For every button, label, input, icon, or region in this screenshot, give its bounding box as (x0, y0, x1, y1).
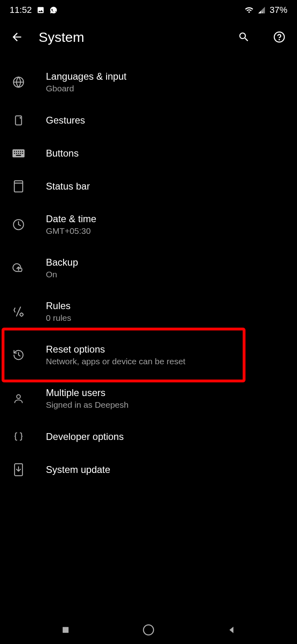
item-title: Reset options (46, 344, 186, 355)
phone-sparkle-icon (10, 112, 27, 128)
item-subtitle: Network, apps or device can be reset (46, 357, 186, 366)
settings-item-developer[interactable]: Developer options (0, 420, 297, 453)
svg-rect-9 (18, 151, 19, 152)
svg-rect-17 (16, 155, 21, 156)
wifi-icon (245, 6, 254, 14)
svg-rect-14 (18, 153, 19, 154)
settings-item-text: Status bar (46, 181, 90, 192)
battery-percent: 37% (270, 5, 287, 15)
svg-point-21 (20, 313, 23, 316)
item-title: System update (46, 464, 110, 475)
settings-item-statusbar[interactable]: Status bar (0, 170, 297, 203)
app-bar: System (0, 20, 297, 60)
back-button[interactable] (10, 30, 24, 44)
navigation-bar (0, 616, 297, 644)
status-bar-right: x 37% (245, 5, 287, 15)
svg-rect-12 (14, 153, 15, 154)
page-title: System (39, 29, 217, 45)
item-subtitle: Gboard (46, 84, 126, 93)
search-button[interactable] (236, 29, 252, 45)
clock-icon (10, 217, 27, 233)
item-subtitle: 0 rules (46, 313, 71, 323)
settings-item-text: Backup On (46, 257, 78, 279)
svg-point-2 (279, 39, 279, 40)
status-bar-left: 11:52 (10, 5, 58, 15)
settings-item-text: Gestures (46, 115, 85, 126)
settings-item-text: Rules 0 rules (46, 300, 71, 323)
phone-download-icon (10, 462, 27, 478)
svg-rect-18 (14, 181, 23, 192)
settings-item-languages[interactable]: Languages & input Gboard (0, 60, 297, 104)
settings-item-buttons[interactable]: Buttons (0, 137, 297, 170)
item-subtitle: On (46, 270, 78, 279)
settings-item-text: Languages & input Gboard (46, 71, 126, 93)
globe-icon (10, 74, 27, 90)
settings-item-gestures[interactable]: Gestures (0, 104, 297, 137)
photo-icon (37, 6, 45, 14)
settings-item-multiple-users[interactable]: Multiple users Signed in as Deepesh (0, 377, 297, 420)
item-title: Date & time (46, 213, 96, 225)
nav-back-button[interactable] (219, 618, 243, 642)
settings-item-text: Multiple users Signed in as Deepesh (46, 387, 128, 410)
item-title: Status bar (46, 181, 90, 192)
settings-list: Languages & input Gboard Gestures Button… (0, 60, 297, 486)
whatsapp-icon (50, 6, 58, 14)
settings-item-text: Reset options Network, apps or device ca… (46, 344, 186, 366)
item-title: Developer options (46, 431, 124, 442)
item-subtitle: Signed in as Deepesh (46, 400, 128, 410)
status-bar: 11:52 x 37% (0, 0, 297, 20)
svg-rect-8 (16, 151, 17, 152)
settings-item-text: Date & time GMT+05:30 (46, 213, 96, 236)
svg-rect-13 (16, 153, 17, 154)
cloud-upload-icon (10, 260, 27, 276)
settings-item-text: Developer options (46, 431, 124, 442)
svg-rect-10 (20, 151, 21, 152)
settings-item-reset[interactable]: Reset options Network, apps or device ca… (0, 333, 297, 377)
reset-icon (10, 347, 27, 363)
rectangle-icon (10, 178, 27, 194)
item-title: Gestures (46, 115, 85, 126)
rules-icon (10, 303, 27, 320)
settings-item-text: Buttons (46, 148, 78, 159)
svg-rect-15 (20, 153, 21, 154)
item-subtitle: GMT+05:30 (46, 226, 96, 236)
item-title: Languages & input (46, 71, 126, 82)
svg-point-26 (144, 625, 154, 635)
svg-rect-7 (14, 151, 15, 152)
item-title: Multiple users (46, 387, 128, 398)
keyboard-icon (10, 145, 27, 161)
settings-item-backup[interactable]: Backup On (0, 246, 297, 290)
settings-item-rules[interactable]: Rules 0 rules (0, 290, 297, 333)
user-icon (10, 390, 27, 407)
braces-icon (10, 429, 27, 445)
nav-home-button[interactable] (136, 618, 161, 642)
svg-rect-11 (22, 151, 23, 152)
signal-icon: x (258, 6, 266, 14)
item-title: Rules (46, 300, 71, 312)
nav-recents-button[interactable] (54, 618, 78, 642)
settings-item-text: System update (46, 464, 110, 475)
svg-rect-16 (22, 153, 23, 154)
help-button[interactable] (271, 29, 287, 45)
settings-item-date-time[interactable]: Date & time GMT+05:30 (0, 203, 297, 246)
item-title: Buttons (46, 148, 78, 159)
svg-rect-25 (63, 627, 69, 633)
svg-point-22 (16, 395, 20, 398)
status-time: 11:52 (10, 5, 32, 15)
item-title: Backup (46, 257, 78, 268)
settings-item-system-update[interactable]: System update (0, 453, 297, 486)
